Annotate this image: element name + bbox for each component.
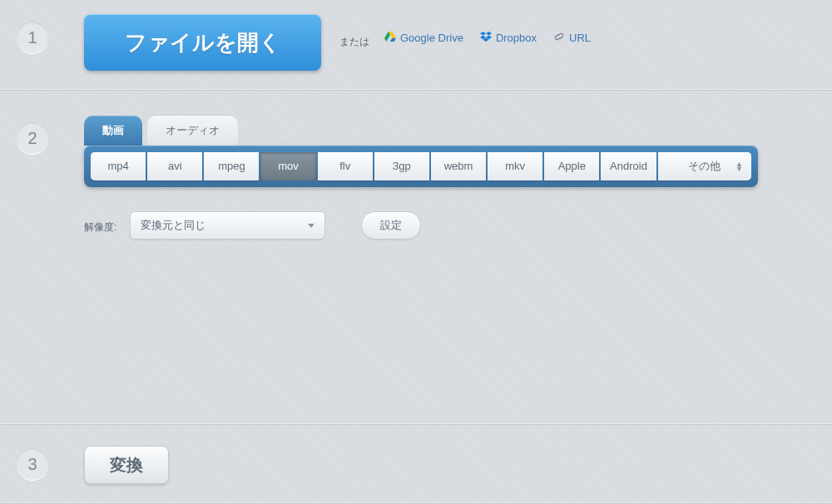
format-mp4[interactable]: mp4: [91, 152, 146, 180]
google-drive-icon: [384, 32, 396, 44]
step-2-badge: 2: [17, 122, 48, 154]
format-more[interactable]: その他 ▲▼: [658, 152, 751, 180]
format-flv[interactable]: flv: [318, 152, 373, 180]
format-webm[interactable]: webm: [431, 152, 486, 180]
media-tabs: 動画 オーディオ: [84, 116, 238, 146]
tab-video[interactable]: 動画: [84, 116, 142, 146]
step-2-section: 2 動画 オーディオ mp4 avi mpeg mov flv 3gp webm…: [0, 91, 832, 425]
google-drive-link[interactable]: Google Drive: [384, 32, 463, 44]
format-more-label: その他: [688, 160, 721, 172]
format-android[interactable]: Android: [601, 152, 656, 180]
format-apple[interactable]: Apple: [544, 152, 599, 180]
or-label: または: [339, 35, 369, 49]
svg-marker-3: [480, 32, 486, 36]
resolution-value: 変換元と同じ: [141, 219, 206, 231]
chevron-down-icon: [308, 224, 314, 228]
convert-button[interactable]: 変換: [84, 446, 169, 484]
dropbox-label: Dropbox: [496, 32, 537, 44]
open-file-button[interactable]: ファイルを開く: [84, 14, 321, 71]
resolution-select[interactable]: 変換元と同じ: [130, 211, 325, 240]
resolution-label: 解像度:: [84, 220, 116, 235]
format-mkv[interactable]: mkv: [488, 152, 542, 180]
settings-button[interactable]: 設定: [361, 211, 421, 240]
svg-marker-1: [390, 38, 396, 42]
step-3-badge: 3: [17, 448, 48, 480]
format-mpeg[interactable]: mpeg: [204, 152, 259, 180]
format-3gp[interactable]: 3gp: [374, 152, 429, 180]
link-icon: [553, 32, 565, 44]
cloud-link-row: Google Drive Dropbox URL: [384, 32, 591, 44]
tab-audio[interactable]: オーディオ: [147, 116, 238, 146]
step-1-section: 1 ファイルを開く または Google Drive Dropbox URL: [0, 0, 832, 91]
svg-marker-4: [486, 32, 492, 36]
format-mov[interactable]: mov: [260, 152, 315, 180]
step-1-badge: 1: [17, 22, 48, 53]
google-drive-label: Google Drive: [400, 32, 463, 44]
dropbox-icon: [480, 32, 492, 44]
sort-arrows-icon: ▲▼: [735, 161, 743, 171]
dropbox-link[interactable]: Dropbox: [480, 32, 537, 44]
url-label: URL: [569, 32, 591, 44]
url-link[interactable]: URL: [553, 32, 591, 44]
step-3-section: 3 変換: [0, 425, 832, 504]
format-bar: mp4 avi mpeg mov flv 3gp webm mkv Apple …: [84, 146, 758, 187]
format-avi[interactable]: avi: [147, 152, 202, 180]
